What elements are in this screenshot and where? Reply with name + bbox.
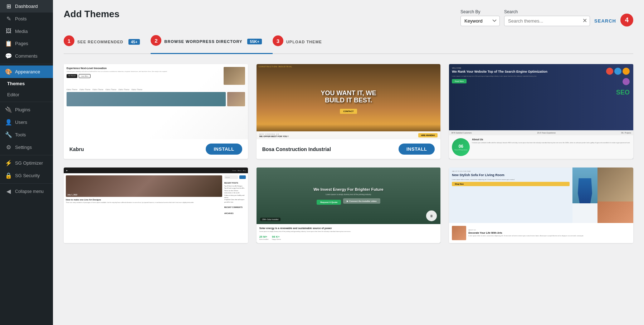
keyword-select[interactable]: Keyword Author Tag	[460, 16, 500, 26]
theme-footer-kabru: Kabru INSTALL	[64, 139, 248, 159]
theme-card-solar: We Invest Energy For Brighter Future Lor…	[257, 168, 441, 243]
search-input-wrap: ✕	[504, 16, 590, 26]
sidebar-item-dashboard[interactable]: ⊞ Dashboard	[0, 0, 53, 13]
search-by-label: Search By	[460, 9, 500, 14]
plugins-icon: 🔌	[5, 106, 12, 113]
theme-thumbnail-solar: We Invest Energy For Brighter Future Lor…	[257, 168, 441, 243]
appearance-icon: 🎨	[5, 68, 12, 75]
sidebar-divider4	[0, 183, 53, 184]
sidebar-collapse-menu[interactable]: ◀ Collapse menu	[0, 185, 53, 198]
sidebar-item-label: Comments	[15, 53, 38, 59]
themes-grid: Experience Next-Level Innovation Unleash…	[64, 64, 633, 243]
search-by-group: Search By Keyword Author Tag	[460, 9, 500, 26]
main-content: Add Themes Search By Keyword Author Tag …	[53, 0, 644, 325]
sidebar-divider2	[0, 102, 53, 102]
sidebar-item-label: Posts	[15, 16, 27, 21]
search-controls: Search By Keyword Author Tag Search ✕ SE…	[460, 9, 633, 26]
sidebar-item-label: SG Optimizer	[15, 160, 43, 166]
sidebar-item-pages[interactable]: 📋 Pages	[0, 37, 53, 50]
step-1-count: 45+	[128, 39, 140, 45]
settings-icon: ⚙	[5, 144, 12, 151]
search-button[interactable]: SEARCH	[594, 18, 616, 24]
media-icon: 🖼	[5, 28, 12, 34]
page-title: Add Themes	[64, 9, 119, 20]
theme-card-decor: SAV UP TO 25% THIS YEAR New Stylish Sofa…	[449, 168, 633, 243]
sidebar-item-label: Dashboard	[15, 4, 38, 9]
sidebar-item-media[interactable]: 🖼 Media	[0, 25, 53, 37]
comments-icon: 💬	[5, 53, 12, 59]
search-input-group: Search ✕	[504, 9, 590, 26]
theme-thumbnail-construction: CONSTRUCTION INDUSTRIAL YOU WANT IT, WEB…	[257, 64, 441, 139]
sidebar-item-sg-security[interactable]: 🔒 SG Security	[0, 169, 53, 182]
theme-footer-construction: Bosa Construction Industrial INSTALL	[257, 139, 441, 159]
sidebar-item-comments[interactable]: 💬 Comments	[0, 50, 53, 62]
sidebar-item-label: Editor	[7, 92, 19, 97]
sg-security-icon: 🔒	[5, 172, 12, 179]
step-2-count: 55K+	[247, 39, 262, 44]
sidebar-item-label: Appearance	[15, 69, 40, 74]
sidebar-item-label: Themes	[7, 81, 25, 86]
dashboard-icon: ⊞	[5, 3, 12, 10]
collapse-label: Collapse menu	[15, 189, 44, 194]
step-2-badge: 2	[151, 35, 161, 46]
sidebar-item-label: Media	[15, 29, 28, 34]
step-2-label: BROWSE WORDPRESS DIRECTORY	[164, 39, 242, 44]
posts-icon: ✎	[5, 15, 12, 22]
step-3-badge: 3	[273, 35, 283, 46]
step-3-label: UPLOAD THEME	[286, 40, 322, 44]
search-label: Search	[504, 9, 590, 14]
search-input[interactable]	[504, 16, 590, 26]
sidebar-divider3	[0, 155, 53, 155]
sidebar-item-editor[interactable]: Editor	[0, 89, 53, 100]
sidebar-item-label: SG Security	[15, 173, 40, 178]
step-1-label: SEE RECOMMENDED	[77, 40, 123, 44]
step-4-badge: 4	[620, 14, 633, 26]
step-tab-recommended[interactable]: 1 SEE RECOMMENDED 45+	[64, 35, 151, 53]
sidebar-item-plugins[interactable]: 🔌 Plugins	[0, 103, 53, 116]
theme-thumbnail-seo: WELCOME We Rank Your Website Top of The …	[449, 64, 633, 159]
sidebar-item-label: Pages	[15, 41, 28, 46]
install-button-kabru[interactable]: INSTALL	[206, 144, 242, 155]
top-bar: Add Themes Search By Keyword Author Tag …	[64, 9, 633, 26]
sidebar-item-label: Plugins	[15, 107, 30, 112]
theme-card-kabru: Experience Next-Level Innovation Unleash…	[64, 64, 248, 159]
users-icon: 👤	[5, 119, 12, 126]
theme-thumbnail-kabru: Experience Next-Level Innovation Unleash…	[64, 64, 248, 139]
sidebar-item-users[interactable]: 👤 Users	[0, 116, 53, 128]
sidebar-item-sg-optimizer[interactable]: ⚡ SG Optimizer	[0, 157, 53, 169]
steps-container: 1 SEE RECOMMENDED 45+ 2 BROWSE WORDPRESS…	[64, 35, 633, 54]
collapse-icon: ◀	[5, 188, 12, 195]
step-tab-upload[interactable]: 3 UPLOAD THEME	[273, 35, 333, 53]
sidebar: ⊞ Dashboard ✎ Posts 🖼 Media 📋 Pages 💬 Co…	[0, 0, 53, 325]
tools-icon: 🔧	[5, 131, 12, 138]
sidebar-item-settings[interactable]: ⚙ Settings	[0, 141, 53, 154]
sidebar-item-appearance[interactable]: 🎨 Appearance	[0, 66, 53, 78]
sidebar-item-posts[interactable]: ✎ Posts	[0, 13, 53, 25]
theme-card-seo: WELCOME We Rank Your Website Top of The …	[449, 64, 633, 159]
theme-thumbnail-decor: SAV UP TO 25% THIS YEAR New Stylish Sofa…	[449, 168, 633, 243]
theme-card-construction: CONSTRUCTION INDUSTRIAL YOU WANT IT, WEB…	[257, 64, 441, 159]
sidebar-divider	[0, 64, 53, 64]
sidebar-item-label: Tools	[15, 132, 26, 137]
theme-card-blog: ✦ Home About Blog July 1, 2022 How to ma…	[64, 168, 248, 243]
step-1-badge: 1	[64, 35, 74, 46]
install-button-construction[interactable]: INSTALL	[399, 144, 435, 155]
step-tab-browse[interactable]: 2 BROWSE WORDPRESS DIRECTORY 55K+	[151, 35, 273, 54]
theme-thumbnail-blog: ✦ Home About Blog July 1, 2022 How to ma…	[64, 168, 248, 243]
sidebar-item-label: Settings	[15, 145, 32, 150]
theme-name-construction: Bosa Construction Industrial	[262, 146, 331, 152]
theme-name-kabru: Kabru	[69, 146, 84, 152]
sg-optimizer-icon: ⚡	[5, 160, 12, 166]
search-clear-button[interactable]: ✕	[582, 18, 587, 24]
sidebar-item-label: Users	[15, 120, 27, 125]
pages-icon: 📋	[5, 40, 12, 47]
sidebar-item-tools[interactable]: 🔧 Tools	[0, 128, 53, 141]
sidebar-item-themes[interactable]: Themes	[0, 78, 53, 89]
